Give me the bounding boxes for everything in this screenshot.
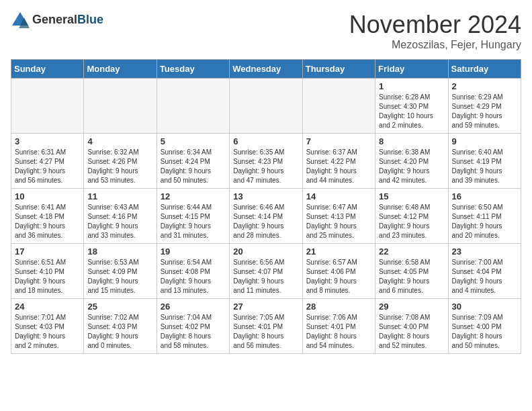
logo: GeneralBlue [11, 11, 103, 30]
calendar-day-cell [11, 79, 84, 134]
calendar-day-cell: 18Sunrise: 6:53 AM Sunset: 4:09 PM Dayli… [84, 244, 157, 299]
calendar-day-cell: 11Sunrise: 6:43 AM Sunset: 4:16 PM Dayli… [84, 189, 157, 244]
day-number: 4 [87, 136, 152, 146]
calendar-day-cell: 10Sunrise: 6:41 AM Sunset: 4:18 PM Dayli… [11, 189, 84, 244]
calendar-day-cell [230, 79, 302, 134]
calendar-day-cell: 28Sunrise: 7:06 AM Sunset: 4:01 PM Dayli… [302, 299, 375, 354]
calendar-day-cell: 29Sunrise: 7:08 AM Sunset: 4:00 PM Dayli… [375, 299, 448, 354]
calendar-day-cell: 5Sunrise: 6:34 AM Sunset: 4:24 PM Daylig… [157, 134, 229, 189]
calendar-day-cell: 17Sunrise: 6:51 AM Sunset: 4:10 PM Dayli… [11, 244, 84, 299]
calendar-table: SundayMondayTuesdayWednesdayThursdayFrid… [11, 59, 521, 354]
day-info: Sunrise: 7:05 AM Sunset: 4:01 PM Dayligh… [233, 313, 298, 351]
day-number: 7 [306, 136, 371, 146]
logo-icon [11, 11, 30, 30]
calendar-header-cell: Monday [84, 60, 157, 79]
calendar-day-cell: 6Sunrise: 6:35 AM Sunset: 4:23 PM Daylig… [230, 134, 302, 189]
day-info: Sunrise: 6:35 AM Sunset: 4:23 PM Dayligh… [233, 148, 298, 185]
day-info: Sunrise: 6:41 AM Sunset: 4:18 PM Dayligh… [15, 203, 80, 240]
day-number: 24 [15, 302, 80, 312]
day-info: Sunrise: 6:44 AM Sunset: 4:15 PM Dayligh… [161, 203, 226, 240]
calendar-day-cell: 2Sunrise: 6:29 AM Sunset: 4:29 PM Daylig… [448, 79, 521, 134]
day-number: 15 [379, 191, 444, 201]
day-number: 26 [161, 302, 226, 312]
day-info: Sunrise: 6:56 AM Sunset: 4:07 PM Dayligh… [233, 258, 298, 295]
day-number: 2 [452, 81, 517, 91]
day-info: Sunrise: 7:08 AM Sunset: 4:00 PM Dayligh… [379, 313, 444, 351]
day-info: Sunrise: 7:02 AM Sunset: 4:03 PM Dayligh… [87, 313, 152, 351]
day-info: Sunrise: 6:29 AM Sunset: 4:29 PM Dayligh… [452, 93, 517, 130]
day-number: 1 [379, 81, 444, 91]
logo-general: GeneralBlue [32, 13, 103, 27]
location-title: Mezoszilas, Fejer, Hungary [349, 39, 521, 51]
calendar-day-cell: 4Sunrise: 6:32 AM Sunset: 4:26 PM Daylig… [84, 134, 157, 189]
day-info: Sunrise: 6:53 AM Sunset: 4:09 PM Dayligh… [87, 258, 152, 295]
calendar-day-cell [84, 79, 157, 134]
calendar-day-cell: 21Sunrise: 6:57 AM Sunset: 4:06 PM Dayli… [302, 244, 375, 299]
calendar-day-cell: 13Sunrise: 6:46 AM Sunset: 4:14 PM Dayli… [230, 189, 302, 244]
day-info: Sunrise: 6:47 AM Sunset: 4:13 PM Dayligh… [306, 203, 371, 240]
day-number: 28 [306, 302, 371, 312]
day-info: Sunrise: 7:06 AM Sunset: 4:01 PM Dayligh… [306, 313, 371, 351]
calendar-week-row: 24Sunrise: 7:01 AM Sunset: 4:03 PM Dayli… [11, 299, 521, 354]
header: GeneralBlue November 2024 Mezoszilas, Fe… [11, 11, 521, 51]
calendar-week-row: 10Sunrise: 6:41 AM Sunset: 4:18 PM Dayli… [11, 189, 521, 244]
day-number: 18 [87, 246, 152, 257]
day-number: 13 [233, 191, 298, 201]
day-number: 19 [161, 246, 226, 257]
calendar-header-cell: Thursday [302, 60, 375, 79]
calendar-day-cell: 8Sunrise: 6:38 AM Sunset: 4:20 PM Daylig… [375, 134, 448, 189]
day-info: Sunrise: 6:40 AM Sunset: 4:19 PM Dayligh… [452, 148, 517, 185]
day-number: 8 [379, 136, 444, 146]
day-info: Sunrise: 6:32 AM Sunset: 4:26 PM Dayligh… [87, 148, 152, 185]
calendar-day-cell: 25Sunrise: 7:02 AM Sunset: 4:03 PM Dayli… [84, 299, 157, 354]
calendar-day-cell: 12Sunrise: 6:44 AM Sunset: 4:15 PM Dayli… [157, 189, 229, 244]
calendar-header-cell: Wednesday [230, 60, 302, 79]
day-number: 22 [379, 246, 444, 257]
day-number: 6 [233, 136, 298, 146]
day-number: 16 [452, 191, 517, 201]
day-number: 23 [452, 246, 517, 257]
calendar-day-cell: 9Sunrise: 6:40 AM Sunset: 4:19 PM Daylig… [448, 134, 521, 189]
day-number: 10 [15, 191, 80, 201]
calendar-day-cell: 27Sunrise: 7:05 AM Sunset: 4:01 PM Dayli… [230, 299, 302, 354]
day-number: 17 [15, 246, 80, 257]
day-info: Sunrise: 6:57 AM Sunset: 4:06 PM Dayligh… [306, 258, 371, 295]
day-info: Sunrise: 6:31 AM Sunset: 4:27 PM Dayligh… [15, 148, 80, 185]
day-info: Sunrise: 6:43 AM Sunset: 4:16 PM Dayligh… [87, 203, 152, 240]
calendar-header-cell: Saturday [448, 60, 521, 79]
day-info: Sunrise: 7:09 AM Sunset: 4:00 PM Dayligh… [452, 313, 517, 351]
day-number: 11 [87, 191, 152, 201]
day-number: 3 [15, 136, 80, 146]
calendar-day-cell [302, 79, 375, 134]
calendar-week-row: 17Sunrise: 6:51 AM Sunset: 4:10 PM Dayli… [11, 244, 521, 299]
calendar-day-cell: 7Sunrise: 6:37 AM Sunset: 4:22 PM Daylig… [302, 134, 375, 189]
day-info: Sunrise: 6:46 AM Sunset: 4:14 PM Dayligh… [233, 203, 298, 240]
day-number: 27 [233, 302, 298, 312]
calendar-day-cell: 23Sunrise: 7:00 AM Sunset: 4:04 PM Dayli… [448, 244, 521, 299]
day-info: Sunrise: 6:58 AM Sunset: 4:05 PM Dayligh… [379, 258, 444, 295]
calendar-day-cell: 19Sunrise: 6:54 AM Sunset: 4:08 PM Dayli… [157, 244, 229, 299]
calendar-day-cell: 16Sunrise: 6:50 AM Sunset: 4:11 PM Dayli… [448, 189, 521, 244]
day-number: 12 [161, 191, 226, 201]
day-number: 25 [87, 302, 152, 312]
calendar-header-cell: Sunday [11, 60, 84, 79]
calendar-day-cell: 3Sunrise: 6:31 AM Sunset: 4:27 PM Daylig… [11, 134, 84, 189]
title-area: November 2024 Mezoszilas, Fejer, Hungary [349, 11, 521, 51]
calendar-day-cell: 15Sunrise: 6:48 AM Sunset: 4:12 PM Dayli… [375, 189, 448, 244]
calendar-week-row: 3Sunrise: 6:31 AM Sunset: 4:27 PM Daylig… [11, 134, 521, 189]
day-info: Sunrise: 7:04 AM Sunset: 4:02 PM Dayligh… [161, 313, 226, 351]
day-info: Sunrise: 7:00 AM Sunset: 4:04 PM Dayligh… [452, 258, 517, 295]
calendar-week-row: 1Sunrise: 6:28 AM Sunset: 4:30 PM Daylig… [11, 79, 521, 134]
calendar-day-cell: 22Sunrise: 6:58 AM Sunset: 4:05 PM Dayli… [375, 244, 448, 299]
day-info: Sunrise: 6:54 AM Sunset: 4:08 PM Dayligh… [161, 258, 226, 295]
calendar-header-row: SundayMondayTuesdayWednesdayThursdayFrid… [11, 60, 521, 79]
calendar-header-cell: Friday [375, 60, 448, 79]
day-number: 29 [379, 302, 444, 312]
day-number: 14 [306, 191, 371, 201]
day-number: 9 [452, 136, 517, 146]
day-number: 20 [233, 246, 298, 257]
calendar-day-cell: 24Sunrise: 7:01 AM Sunset: 4:03 PM Dayli… [11, 299, 84, 354]
day-number: 5 [161, 136, 226, 146]
day-info: Sunrise: 6:48 AM Sunset: 4:12 PM Dayligh… [379, 203, 444, 240]
day-info: Sunrise: 7:01 AM Sunset: 4:03 PM Dayligh… [15, 313, 80, 351]
